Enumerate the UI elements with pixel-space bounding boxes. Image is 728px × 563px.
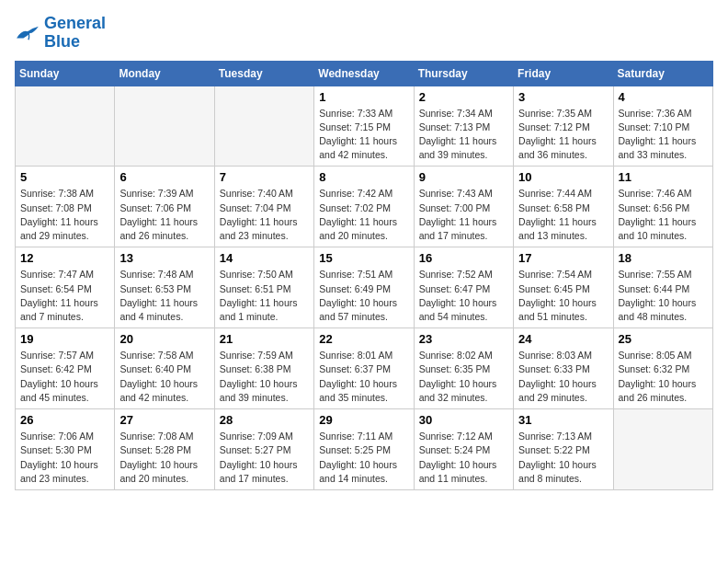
day-number: 11 [619, 170, 708, 184]
calendar-cell: 8Sunrise: 7:42 AMSunset: 7:02 PMDaylight… [314, 167, 414, 247]
calendar-week-row: 12Sunrise: 7:47 AMSunset: 6:54 PMDayligh… [16, 247, 713, 328]
calendar-header-row: SundayMondayTuesdayWednesdayThursdayFrid… [16, 61, 713, 86]
day-of-week-header: Saturday [613, 61, 712, 86]
calendar-cell: 10Sunrise: 7:44 AMSunset: 6:58 PMDayligh… [514, 167, 613, 247]
day-info: Sunrise: 7:55 AMSunset: 6:44 PMDaylight:… [619, 268, 708, 324]
calendar-cell: 30Sunrise: 7:12 AMSunset: 5:24 PMDayligh… [414, 409, 513, 490]
calendar-cell: 20Sunrise: 7:58 AMSunset: 6:40 PMDayligh… [115, 328, 214, 409]
day-info: Sunrise: 8:03 AMSunset: 6:33 PMDaylight:… [518, 349, 608, 405]
day-number: 13 [119, 251, 209, 265]
day-number: 28 [220, 413, 309, 427]
day-number: 9 [419, 170, 508, 184]
calendar-cell: 21Sunrise: 7:59 AMSunset: 6:38 PMDayligh… [214, 328, 313, 409]
calendar-week-row: 1Sunrise: 7:33 AMSunset: 7:15 PMDaylight… [16, 86, 713, 167]
calendar-cell [16, 86, 115, 167]
calendar-week-row: 26Sunrise: 7:06 AMSunset: 5:30 PMDayligh… [16, 409, 713, 490]
calendar-cell: 31Sunrise: 7:13 AMSunset: 5:22 PMDayligh… [514, 409, 613, 490]
day-number: 2 [419, 90, 508, 104]
calendar-cell: 12Sunrise: 7:47 AMSunset: 6:54 PMDayligh… [16, 247, 115, 328]
day-number: 17 [518, 251, 608, 265]
day-info: Sunrise: 8:02 AMSunset: 6:35 PMDaylight:… [419, 349, 508, 405]
day-info: Sunrise: 7:34 AMSunset: 7:13 PMDaylight:… [419, 107, 508, 163]
day-number: 24 [518, 332, 608, 346]
day-of-week-header: Tuesday [214, 61, 313, 86]
day-number: 31 [518, 413, 608, 427]
day-info: Sunrise: 7:47 AMSunset: 6:54 PMDaylight:… [20, 268, 109, 324]
calendar-cell [613, 409, 712, 490]
day-number: 19 [20, 332, 109, 346]
calendar-week-row: 19Sunrise: 7:57 AMSunset: 6:42 PMDayligh… [16, 328, 713, 409]
day-info: Sunrise: 7:43 AMSunset: 7:00 PMDaylight:… [419, 187, 508, 243]
calendar-cell [115, 86, 214, 167]
day-number: 25 [619, 332, 708, 346]
day-number: 12 [20, 251, 109, 265]
calendar-cell: 26Sunrise: 7:06 AMSunset: 5:30 PMDayligh… [16, 409, 115, 490]
calendar-cell: 6Sunrise: 7:39 AMSunset: 7:06 PMDaylight… [115, 167, 214, 247]
day-info: Sunrise: 7:52 AMSunset: 6:47 PMDaylight:… [419, 268, 508, 324]
day-info: Sunrise: 7:44 AMSunset: 6:58 PMDaylight:… [518, 187, 608, 243]
calendar-cell: 22Sunrise: 8:01 AMSunset: 6:37 PMDayligh… [314, 328, 414, 409]
calendar-cell: 25Sunrise: 8:05 AMSunset: 6:32 PMDayligh… [613, 328, 712, 409]
day-of-week-header: Wednesday [314, 61, 414, 86]
calendar-cell: 28Sunrise: 7:09 AMSunset: 5:27 PMDayligh… [214, 409, 313, 490]
logo: General Blue [15, 15, 106, 52]
calendar-cell: 4Sunrise: 7:36 AMSunset: 7:10 PMDaylight… [613, 86, 712, 167]
calendar-cell: 3Sunrise: 7:35 AMSunset: 7:12 PMDaylight… [514, 86, 613, 167]
calendar-week-row: 5Sunrise: 7:38 AMSunset: 7:08 PMDaylight… [16, 167, 713, 247]
day-number: 5 [20, 170, 109, 184]
day-info: Sunrise: 8:01 AMSunset: 6:37 PMDaylight:… [319, 349, 408, 405]
calendar-cell: 5Sunrise: 7:38 AMSunset: 7:08 PMDaylight… [16, 167, 115, 247]
day-number: 18 [619, 251, 708, 265]
day-number: 6 [119, 170, 209, 184]
day-number: 7 [220, 170, 309, 184]
day-number: 20 [119, 332, 209, 346]
calendar-cell: 7Sunrise: 7:40 AMSunset: 7:04 PMDaylight… [214, 167, 313, 247]
calendar-cell: 15Sunrise: 7:51 AMSunset: 6:49 PMDayligh… [314, 247, 414, 328]
day-info: Sunrise: 7:38 AMSunset: 7:08 PMDaylight:… [20, 187, 109, 243]
day-number: 22 [319, 332, 408, 346]
day-number: 10 [518, 170, 608, 184]
day-number: 27 [119, 413, 209, 427]
day-info: Sunrise: 7:13 AMSunset: 5:22 PMDaylight:… [518, 430, 608, 486]
day-number: 4 [619, 90, 708, 104]
logo-icon [15, 23, 40, 43]
calendar-cell: 9Sunrise: 7:43 AMSunset: 7:00 PMDaylight… [414, 167, 513, 247]
day-info: Sunrise: 7:08 AMSunset: 5:28 PMDaylight:… [119, 430, 209, 486]
day-info: Sunrise: 7:12 AMSunset: 5:24 PMDaylight:… [419, 430, 508, 486]
day-number: 3 [518, 90, 608, 104]
day-of-week-header: Sunday [16, 61, 115, 86]
day-info: Sunrise: 7:40 AMSunset: 7:04 PMDaylight:… [220, 187, 309, 243]
calendar-cell: 1Sunrise: 7:33 AMSunset: 7:15 PMDaylight… [314, 86, 414, 167]
calendar-table: SundayMondayTuesdayWednesdayThursdayFrid… [15, 61, 713, 490]
day-of-week-header: Friday [514, 61, 613, 86]
day-info: Sunrise: 7:06 AMSunset: 5:30 PMDaylight:… [20, 430, 109, 486]
day-info: Sunrise: 7:36 AMSunset: 7:10 PMDaylight:… [619, 107, 708, 163]
day-info: Sunrise: 7:50 AMSunset: 6:51 PMDaylight:… [220, 268, 309, 324]
page-header: General Blue [15, 15, 713, 52]
calendar-cell [214, 86, 313, 167]
day-number: 15 [319, 251, 408, 265]
calendar-cell: 19Sunrise: 7:57 AMSunset: 6:42 PMDayligh… [16, 328, 115, 409]
day-info: Sunrise: 7:33 AMSunset: 7:15 PMDaylight:… [319, 107, 408, 163]
day-info: Sunrise: 7:48 AMSunset: 6:53 PMDaylight:… [119, 268, 209, 324]
day-info: Sunrise: 7:11 AMSunset: 5:25 PMDaylight:… [319, 430, 408, 486]
day-info: Sunrise: 7:51 AMSunset: 6:49 PMDaylight:… [319, 268, 408, 324]
calendar-cell: 16Sunrise: 7:52 AMSunset: 6:47 PMDayligh… [414, 247, 513, 328]
calendar-cell: 17Sunrise: 7:54 AMSunset: 6:45 PMDayligh… [514, 247, 613, 328]
calendar-cell: 14Sunrise: 7:50 AMSunset: 6:51 PMDayligh… [214, 247, 313, 328]
day-number: 29 [319, 413, 408, 427]
calendar-cell: 2Sunrise: 7:34 AMSunset: 7:13 PMDaylight… [414, 86, 513, 167]
day-number: 26 [20, 413, 109, 427]
calendar-cell: 23Sunrise: 8:02 AMSunset: 6:35 PMDayligh… [414, 328, 513, 409]
day-info: Sunrise: 7:59 AMSunset: 6:38 PMDaylight:… [220, 349, 309, 405]
calendar-cell: 27Sunrise: 7:08 AMSunset: 5:28 PMDayligh… [115, 409, 214, 490]
day-number: 1 [319, 90, 408, 104]
calendar-cell: 13Sunrise: 7:48 AMSunset: 6:53 PMDayligh… [115, 247, 214, 328]
day-info: Sunrise: 7:46 AMSunset: 6:56 PMDaylight:… [619, 187, 708, 243]
day-of-week-header: Thursday [414, 61, 513, 86]
calendar-cell: 29Sunrise: 7:11 AMSunset: 5:25 PMDayligh… [314, 409, 414, 490]
day-info: Sunrise: 7:42 AMSunset: 7:02 PMDaylight:… [319, 187, 408, 243]
day-of-week-header: Monday [115, 61, 214, 86]
day-number: 23 [419, 332, 508, 346]
day-info: Sunrise: 7:58 AMSunset: 6:40 PMDaylight:… [119, 349, 209, 405]
